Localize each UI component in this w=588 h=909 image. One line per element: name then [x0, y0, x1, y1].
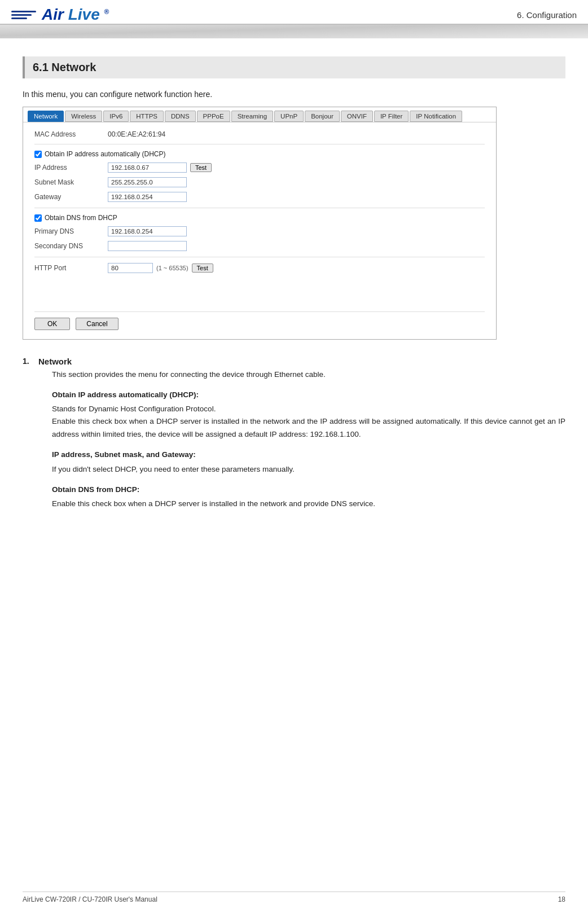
tab-wireless[interactable]: Wireless [65, 111, 102, 122]
logo-text: Air Live ® [42, 6, 109, 24]
logo-registered-mark: ® [104, 8, 109, 16]
main-content: 6.1 Network In this menu, you can config… [0, 51, 588, 537]
http-port-hint: (1 ~ 65535) [156, 265, 188, 271]
ip-address-input[interactable] [108, 163, 187, 173]
tab-streaming[interactable]: Streaming [231, 111, 273, 122]
wave-line-1 [11, 11, 36, 12]
gateway-input[interactable] [108, 192, 187, 202]
subnet-mask-label: Subnet Mask [34, 178, 108, 186]
descriptions-list: 1. Network This section provides the men… [23, 357, 565, 511]
mac-label: MAC Address [34, 130, 108, 138]
list-number-1: 1. [23, 357, 34, 366]
http-port-test-button[interactable]: Test [192, 264, 213, 273]
obtain-dns-title: Obtain DNS from DHCP: [52, 484, 565, 496]
form-buttons-row: OK Cancel [34, 311, 485, 330]
secondary-dns-input[interactable] [108, 241, 187, 251]
footer-left: AirLive CW-720IR / CU-720IR User's Manua… [23, 895, 157, 903]
description-network-content: Network This section provides the menu f… [38, 357, 565, 511]
dhcp-checkbox[interactable] [34, 151, 42, 158]
tab-https[interactable]: HTTPS [130, 111, 164, 122]
tab-ddns[interactable]: DDNS [165, 111, 196, 122]
ip-test-button[interactable]: Test [190, 163, 212, 172]
http-port-row: HTTP Port (1 ~ 65535) Test [34, 263, 485, 273]
primary-dns-input[interactable] [108, 226, 187, 236]
dns-dhcp-checkbox[interactable] [34, 214, 42, 222]
primary-dns-row: Primary DNS [34, 226, 485, 236]
dhcp-subsection-title: Obtain IP address automatically (DHCP): [52, 389, 565, 401]
tab-network[interactable]: Network [28, 111, 64, 122]
mac-value: 00:0E:AE:A2:61:94 [108, 130, 165, 138]
page-header: Air Live ® 6. Configuration [0, 0, 588, 25]
ip-subnet-gw-title: IP address, Subnet mask, and Gateway: [52, 449, 565, 461]
divider-1 [34, 144, 485, 144]
logo-live: Live [68, 6, 100, 23]
mac-address-row: MAC Address 00:0E:AE:A2:61:94 [34, 130, 485, 138]
network-desc-body: This section provides the menu for conne… [52, 368, 565, 511]
tab-bonjour[interactable]: Bonjour [305, 111, 340, 122]
chapter-title: 6. Configuration [517, 6, 577, 20]
cancel-button[interactable]: Cancel [76, 318, 118, 330]
header-wave-decoration [0, 25, 588, 38]
section-heading: 6.1 Network [23, 56, 565, 78]
section-heading-text: 6.1 Network [33, 61, 96, 73]
gateway-row: Gateway [34, 192, 485, 202]
wave-line-3 [11, 17, 27, 19]
dns-dhcp-checkbox-label[interactable]: Obtain DNS from DHCP [45, 214, 117, 222]
ip-address-row: IP Address Test [34, 163, 485, 173]
dhcp-checkbox-row: Obtain IP address automatically (DHCP) [34, 150, 485, 158]
footer-page-number: 18 [558, 895, 565, 903]
subnet-mask-input[interactable] [108, 177, 187, 187]
http-port-input[interactable] [108, 263, 153, 273]
network-form: MAC Address 00:0E:AE:A2:61:94 Obtain IP … [23, 122, 496, 339]
description-network-item: 1. Network This section provides the men… [23, 357, 565, 511]
tab-pppoe[interactable]: PPPoE [197, 111, 230, 122]
logo-area: Air Live ® [11, 6, 109, 24]
obtain-dns-body: Enable this check box when a DHCP server… [52, 498, 565, 510]
intro-paragraph: In this menu, you can configure network … [23, 90, 565, 99]
gateway-label: Gateway [34, 193, 108, 201]
divider-3 [34, 257, 485, 257]
page-footer: AirLive CW-720IR / CU-720IR User's Manua… [23, 892, 565, 903]
divider-2 [34, 208, 485, 208]
ip-address-label: IP Address [34, 164, 108, 172]
logo-waves-icon [11, 11, 36, 19]
primary-dns-label: Primary DNS [34, 227, 108, 235]
tab-upnp[interactable]: UPnP [274, 111, 304, 122]
dhcp-subsection-body: Stands for Dynamic Host Configuration Pr… [52, 403, 565, 441]
tab-onvif[interactable]: ONVIF [341, 111, 373, 122]
secondary-dns-row: Secondary DNS [34, 241, 485, 251]
tab-ipv6[interactable]: IPv6 [103, 111, 129, 122]
wave-line-2 [11, 14, 32, 16]
dhcp-body-2: Enable this check box when a DHCP server… [52, 415, 565, 441]
network-desc-body-text: This section provides the menu for conne… [52, 368, 565, 381]
network-desc-title: Network [38, 357, 565, 366]
dhcp-body-1: Stands for Dynamic Host Configuration Pr… [52, 403, 565, 415]
obtain-dns-body-1: Enable this check box when a DHCP server… [52, 498, 565, 510]
ip-subnet-gw-body-text: If you didn't select DHCP, you need to e… [52, 463, 565, 476]
logo-air: Air [42, 6, 64, 23]
tab-ip-notification[interactable]: IP Notification [410, 111, 462, 122]
form-spacer [34, 278, 485, 300]
ip-subnet-gw-body: If you didn't select DHCP, you need to e… [52, 463, 565, 476]
dns-dhcp-checkbox-row: Obtain DNS from DHCP [34, 214, 485, 222]
secondary-dns-label: Secondary DNS [34, 242, 108, 250]
tabs-row: Network Wireless IPv6 HTTPS DDNS PPPoE S… [23, 107, 496, 122]
subnet-mask-row: Subnet Mask [34, 177, 485, 187]
tab-ip-filter[interactable]: IP Filter [374, 111, 409, 122]
screenshot-box: Network Wireless IPv6 HTTPS DDNS PPPoE S… [23, 107, 497, 340]
http-port-label: HTTP Port [34, 264, 108, 272]
dhcp-checkbox-label[interactable]: Obtain IP address automatically (DHCP) [45, 150, 166, 158]
ok-button[interactable]: OK [34, 318, 70, 330]
